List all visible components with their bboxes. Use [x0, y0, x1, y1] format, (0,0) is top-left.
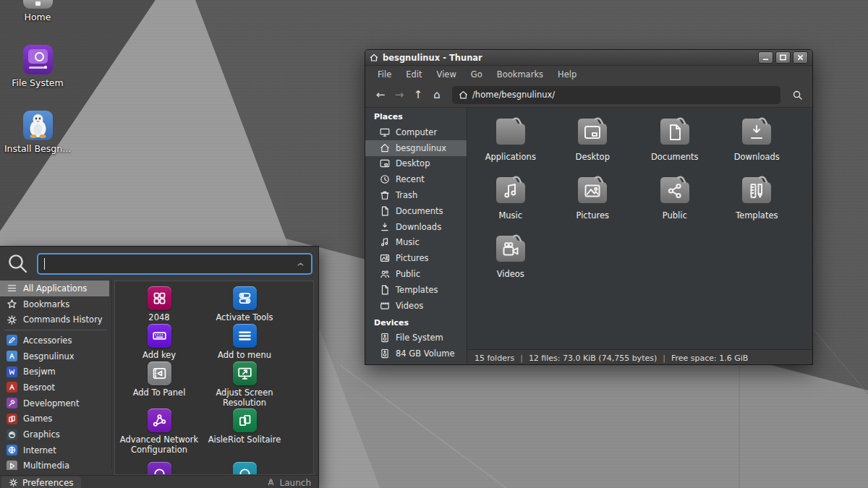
app-partial[interactable]	[116, 462, 202, 475]
app-advanced-network-configuration[interactable]: Advanced Network Configuration	[116, 408, 202, 455]
place-videos[interactable]: Videos	[365, 298, 467, 314]
logo-w-icon	[7, 367, 17, 377]
category-development[interactable]: Development	[0, 395, 111, 411]
folder-label: Templates	[716, 210, 799, 221]
place-music[interactable]: Music	[365, 235, 467, 251]
menu-go[interactable]: Go	[464, 67, 489, 82]
place-desktop[interactable]: Desktop	[365, 156, 467, 172]
folder-label: Videos	[469, 269, 552, 279]
app-label: Adjust Screen Resolution	[202, 388, 287, 408]
folder-pictures[interactable]: Pictures	[552, 172, 634, 231]
menu-bottom-bar: Preferences Launch	[0, 475, 318, 488]
folder-downloads[interactable]: Downloads	[716, 114, 799, 172]
device-84-gb-volume[interactable]: 84 GB Volume	[365, 346, 467, 361]
category-bookmarks[interactable]: Bookmarks	[0, 296, 111, 312]
places-header: Places	[365, 108, 467, 124]
app-partial[interactable]	[202, 462, 287, 475]
category-label: Besjwm	[23, 367, 56, 377]
place-label: Downloads	[396, 222, 441, 232]
pencil-icon	[7, 335, 17, 346]
app-adjust-screen-resolution[interactable]: Adjust Screen Resolution	[202, 361, 287, 408]
category-besgnulinux[interactable]: Besgnulinux	[0, 348, 111, 364]
desktop-icon-label: Home	[3, 12, 72, 22]
desktop-icon-label: Install Besgn...	[3, 143, 72, 154]
place-trash[interactable]: Trash	[365, 187, 467, 203]
place-public[interactable]: Public	[365, 266, 467, 282]
menu-edit[interactable]: Edit	[399, 67, 428, 82]
category-games[interactable]: Games	[0, 411, 111, 427]
clock-icon	[380, 174, 390, 184]
app-aisleriot-solitaire[interactable]: AisleRiot Solitaire	[202, 408, 287, 445]
folder-applications[interactable]: Applications	[469, 114, 552, 172]
place-label: Desktop	[396, 158, 430, 168]
up-button[interactable]: ↑	[409, 86, 427, 103]
place-documents[interactable]: Documents	[365, 203, 467, 219]
launch-button[interactable]: Launch	[260, 476, 317, 488]
app-2048[interactable]: 2048	[116, 286, 202, 322]
gear-icon	[9, 478, 18, 487]
titlebar[interactable]: besgnulinux - Thunar	[365, 50, 812, 66]
network-nodes-icon	[148, 408, 171, 432]
place-recent[interactable]: Recent	[365, 171, 467, 187]
folder-public[interactable]: Public	[634, 172, 716, 231]
home-button[interactable]: ⌂	[427, 86, 446, 103]
playing-cards-icon	[233, 408, 257, 432]
category-graphics[interactable]: Graphics	[0, 427, 111, 442]
music-icon	[380, 237, 390, 247]
app-add-to-panel[interactable]: Add To Panel	[116, 361, 202, 398]
search-icon	[6, 252, 29, 275]
desktop-icon-home[interactable]: Home	[3, 0, 72, 22]
menu-bookmarks[interactable]: Bookmarks	[490, 67, 550, 82]
place-label: besgnulinux	[396, 143, 446, 153]
gear-icon	[7, 314, 17, 325]
place-computer[interactable]: Computer	[365, 124, 467, 140]
toggles-icon	[233, 286, 257, 310]
category-all-applications[interactable]: All Applications	[0, 281, 109, 296]
forward-button[interactable]: →	[390, 86, 409, 103]
place-downloads[interactable]: Downloads	[365, 219, 467, 235]
launch-icon	[266, 478, 276, 487]
folder-label: Applications	[469, 152, 552, 162]
search-input[interactable]	[37, 253, 312, 275]
category-commands-history[interactable]: Commands History	[0, 312, 111, 328]
preferences-button[interactable]: Preferences	[1, 476, 81, 488]
app-add-to-menu[interactable]: Add to menu	[202, 324, 287, 360]
category-multimedia[interactable]: Multimedia	[0, 458, 111, 470]
chevron-up-icon[interactable]	[296, 260, 305, 269]
device-file-system[interactable]: File System	[365, 330, 467, 346]
path-bar[interactable]: /home/besgnulinux/	[452, 86, 780, 104]
folder-desktop[interactable]: Desktop	[552, 114, 634, 172]
category-besroot[interactable]: Besroot	[0, 380, 111, 395]
category-besjwm[interactable]: Besjwm	[0, 364, 111, 380]
back-button[interactable]: ←	[371, 86, 390, 103]
place-besgnulinux[interactable]: besgnulinux	[365, 140, 467, 156]
minimize-button[interactable]	[758, 51, 773, 64]
search-icon[interactable]	[788, 86, 807, 103]
category-list: All ApplicationsBookmarksCommands Histor…	[0, 281, 112, 470]
desktop-icon-file-system[interactable]: File System	[3, 45, 72, 88]
folder-videos[interactable]: Videos	[469, 231, 552, 289]
monitor-resize-icon	[233, 361, 257, 385]
close-button[interactable]	[793, 51, 808, 64]
menu-view[interactable]: View	[430, 67, 463, 82]
menu-file[interactable]: File	[371, 67, 398, 82]
file-view[interactable]: ApplicationsDesktopDocumentsDownloadsMus…	[467, 108, 812, 349]
folder-documents[interactable]: Documents	[634, 114, 716, 172]
app-add-key[interactable]: Add key	[116, 324, 202, 360]
app-activate-tools[interactable]: Activate Tools	[202, 286, 287, 322]
folder-music[interactable]: Music	[469, 172, 552, 231]
folder-icon	[469, 172, 552, 208]
maximize-button[interactable]	[775, 51, 791, 64]
path-text: /home/besgnulinux/	[472, 90, 555, 100]
drive-icon	[380, 348, 390, 359]
folder-templates[interactable]: Templates	[716, 172, 799, 231]
category-label: Multimedia	[23, 461, 69, 470]
menu-help[interactable]: Help	[551, 67, 583, 82]
device-label: 84 GB Volume	[396, 348, 455, 359]
place-pictures[interactable]: Pictures	[365, 250, 467, 266]
place-label: Pictures	[396, 253, 429, 263]
category-internet[interactable]: Internet	[0, 442, 111, 458]
desktop-icon-install-besgn-[interactable]: Install Besgn...	[3, 111, 72, 154]
category-accessories[interactable]: Accessories	[0, 333, 111, 348]
place-templates[interactable]: Templates	[365, 282, 467, 298]
